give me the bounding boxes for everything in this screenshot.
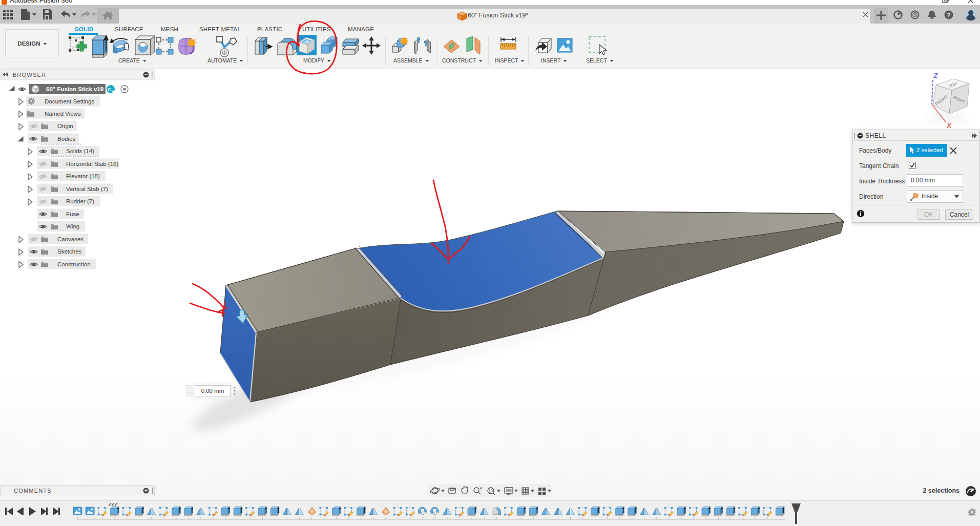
- svg-text:C.: C.: [108, 87, 113, 92]
- svg-text:Horizontal Stab (16): Horizontal Stab (16): [66, 161, 118, 167]
- svg-text:Origin: Origin: [57, 123, 73, 129]
- svg-text:Construction: Construction: [57, 261, 91, 267]
- svg-text:Bodies: Bodies: [57, 136, 75, 142]
- svg-text:Fuse: Fuse: [66, 211, 79, 217]
- svg-text:Wing: Wing: [66, 223, 79, 229]
- svg-text:Canvases: Canvases: [57, 236, 84, 242]
- svg-text:Solids (14): Solids (14): [66, 148, 94, 154]
- svg-text:BROWSER: BROWSER: [13, 72, 46, 78]
- svg-text:Named Views: Named Views: [45, 111, 81, 117]
- svg-text:Elevator (18): Elevator (18): [66, 173, 100, 179]
- svg-text:Document Settings: Document Settings: [45, 98, 94, 104]
- svg-text:60" Fusion Stick v19: 60" Fusion Stick v19: [46, 86, 103, 92]
- svg-text:Sketches: Sketches: [57, 248, 82, 255]
- svg-text:Vertical Stab (7): Vertical Stab (7): [66, 186, 108, 192]
- svg-text:Rudder (7): Rudder (7): [66, 198, 94, 204]
